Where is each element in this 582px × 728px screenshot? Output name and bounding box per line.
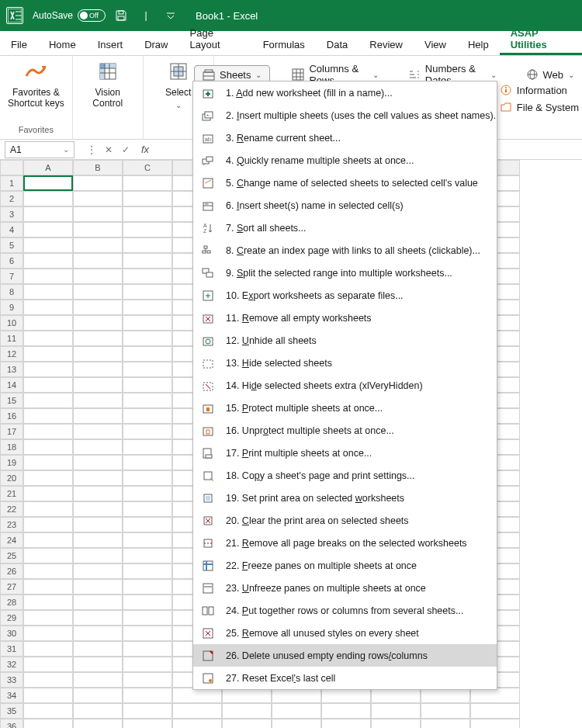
information-button[interactable]: Information bbox=[500, 84, 579, 96]
row-header[interactable]: 28 bbox=[0, 595, 23, 610]
menu-item-22[interactable]: 22. Freeze panes on multiple sheets at o… bbox=[193, 554, 497, 577]
menu-item-21[interactable]: 21. Remove all page breaks on the select… bbox=[193, 532, 497, 554]
menu-item-4[interactable]: 4. Quickly rename multiple sheets at onc… bbox=[193, 149, 497, 172]
name-box[interactable]: A1 ⌄ bbox=[5, 141, 74, 158]
enter-icon[interactable]: ✓ bbox=[118, 142, 133, 158]
autosave-toggle[interactable]: AutoSave Off bbox=[33, 9, 106, 22]
menu-item-24[interactable]: 24. Put together rows or columns from se… bbox=[193, 599, 497, 622]
row-header[interactable]: 2 bbox=[0, 191, 23, 206]
web-chip[interactable]: Web ⌄ bbox=[518, 66, 583, 83]
tab-file[interactable]: File bbox=[0, 34, 38, 55]
menu-item-18[interactable]: 18. Copy a sheet's page and print settin… bbox=[193, 464, 497, 487]
svg-text:Z: Z bbox=[203, 228, 207, 234]
row-header[interactable]: 25 bbox=[0, 548, 23, 563]
menu-item-11[interactable]: 11. Remove all empty worksheets bbox=[193, 307, 497, 329]
menu-item-13[interactable]: 13. Hide selected sheets bbox=[193, 352, 497, 374]
menu-item-9[interactable]: 9. Split the selected range into multipl… bbox=[193, 262, 497, 284]
row-header[interactable]: 35 bbox=[0, 703, 23, 719]
row-header[interactable]: 20 bbox=[0, 470, 23, 486]
row-header[interactable]: 9 bbox=[0, 300, 23, 315]
menu-item-2[interactable]: +2. Insert multiple sheets (uses the cel… bbox=[193, 104, 497, 127]
row-header[interactable]: 34 bbox=[0, 688, 23, 703]
tab-data[interactable]: Data bbox=[316, 34, 359, 55]
svg-rect-10 bbox=[100, 64, 105, 68]
menu-item-16[interactable]: 16. Unprotect multiple sheets at once... bbox=[193, 419, 497, 442]
row-header[interactable]: 13 bbox=[0, 362, 23, 377]
menu-item-3[interactable]: ab3. Rename current sheet... bbox=[193, 127, 497, 149]
menu-item-label: 17. Print multiple sheets at once... bbox=[226, 448, 489, 459]
row-header[interactable]: 31 bbox=[0, 641, 23, 657]
row-header[interactable]: 7 bbox=[0, 269, 23, 284]
row-header[interactable]: 6 bbox=[0, 253, 23, 269]
menu-item-25[interactable]: 25. Remove all unused styles on every sh… bbox=[193, 622, 497, 644]
tab-formulas[interactable]: Formulas bbox=[252, 34, 316, 55]
menu-item-17[interactable]: 17. Print multiple sheets at once... bbox=[193, 442, 497, 464]
row-header[interactable]: 18 bbox=[0, 439, 23, 455]
row-header[interactable]: 22 bbox=[0, 501, 23, 517]
column-header[interactable]: B bbox=[73, 160, 123, 175]
row-header[interactable]: 1 bbox=[0, 175, 23, 191]
menu-item-icon bbox=[201, 446, 215, 460]
cancel-icon[interactable]: ✕ bbox=[101, 142, 116, 158]
filesystem-button[interactable]: File & System bbox=[500, 101, 579, 113]
fx-more-icon[interactable]: ⋮ bbox=[84, 142, 99, 158]
row-header[interactable]: 19 bbox=[0, 455, 23, 470]
tab-home[interactable]: Home bbox=[38, 34, 87, 55]
row-header[interactable]: 12 bbox=[0, 346, 23, 362]
row-header[interactable]: 30 bbox=[0, 626, 23, 641]
menu-item-10[interactable]: 10. Export worksheets as separate files.… bbox=[193, 284, 497, 307]
tab-asap-utilities[interactable]: ASAP Utilities bbox=[500, 23, 582, 55]
menu-item-icon: ab bbox=[201, 131, 215, 145]
row-header[interactable]: 29 bbox=[0, 610, 23, 626]
menu-item-5[interactable]: 5. Change name of selected sheets to sel… bbox=[193, 172, 497, 194]
menu-item-15[interactable]: 15. Protect multiple sheets at once... bbox=[193, 397, 497, 419]
row-header[interactable]: 33 bbox=[0, 672, 23, 688]
save-icon[interactable] bbox=[112, 6, 130, 25]
menu-item-23[interactable]: 23. Unfreeze panes on multiple sheets at… bbox=[193, 577, 497, 599]
autosave-label: AutoSave bbox=[33, 10, 73, 21]
row-header[interactable]: 16 bbox=[0, 408, 23, 424]
menu-item-27[interactable]: 27. Reset Excel's last cell bbox=[193, 667, 497, 689]
tab-insert[interactable]: Insert bbox=[87, 34, 134, 55]
menu-item-12[interactable]: 12. Unhide all sheets bbox=[193, 329, 497, 352]
row-header[interactable]: 5 bbox=[0, 237, 23, 253]
row-header[interactable]: 36 bbox=[0, 719, 23, 728]
row-header[interactable]: 11 bbox=[0, 331, 23, 346]
row-header[interactable]: 15 bbox=[0, 393, 23, 408]
row-header[interactable]: 8 bbox=[0, 284, 23, 300]
row-headers: 1234567891011121314151617181920212223242… bbox=[0, 175, 23, 728]
qat-customize-icon[interactable] bbox=[161, 6, 180, 25]
row-header[interactable]: 21 bbox=[0, 486, 23, 501]
column-header[interactable]: A bbox=[23, 160, 73, 175]
tab-review[interactable]: Review bbox=[359, 34, 414, 55]
vision-button[interactable]: Vision Control bbox=[81, 59, 135, 109]
row-header[interactable]: 23 bbox=[0, 517, 23, 532]
row-header[interactable]: 24 bbox=[0, 532, 23, 548]
menu-item-7[interactable]: AZ7. Sort all sheets... bbox=[193, 217, 497, 239]
row-header[interactable]: 4 bbox=[0, 222, 23, 237]
menu-item-6[interactable]: ab6. Insert sheet(s) name in selected ce… bbox=[193, 194, 497, 217]
menu-item-14[interactable]: 14. Hide selected sheets extra (xlVeryHi… bbox=[193, 374, 497, 397]
tab-help[interactable]: Help bbox=[457, 34, 500, 55]
menu-item-8[interactable]: 8. Create an index page with links to al… bbox=[193, 239, 497, 262]
column-header[interactable]: C bbox=[123, 160, 172, 175]
favorites-button[interactable]: Favorites & Shortcut keys bbox=[8, 59, 64, 109]
tab-draw[interactable]: Draw bbox=[133, 34, 178, 55]
row-header[interactable]: 17 bbox=[0, 424, 23, 439]
menu-item-20[interactable]: 20. Clear the print area on selected she… bbox=[193, 509, 497, 532]
select-all-corner[interactable] bbox=[0, 160, 23, 175]
tab-page-layout[interactable]: Page Layout bbox=[179, 23, 252, 55]
svg-rect-55 bbox=[204, 246, 207, 248]
row-header[interactable]: 26 bbox=[0, 563, 23, 579]
menu-item-1[interactable]: 1. Add new worksheet (fill in a name)... bbox=[193, 81, 497, 104]
menu-item-26[interactable]: 26. Delete unused empty ending rows/colu… bbox=[193, 644, 497, 667]
row-header[interactable]: 32 bbox=[0, 657, 23, 672]
tab-view[interactable]: View bbox=[414, 34, 457, 55]
menu-item-19[interactable]: 19. Set print area on selected worksheet… bbox=[193, 487, 497, 509]
toggle-switch[interactable]: Off bbox=[78, 9, 106, 22]
row-header[interactable]: 27 bbox=[0, 579, 23, 595]
row-header[interactable]: 3 bbox=[0, 206, 23, 222]
row-header[interactable]: 14 bbox=[0, 377, 23, 393]
sheets-dropdown-menu: 1. Add new worksheet (fill in a name)...… bbox=[192, 81, 497, 690]
row-header[interactable]: 10 bbox=[0, 315, 23, 331]
